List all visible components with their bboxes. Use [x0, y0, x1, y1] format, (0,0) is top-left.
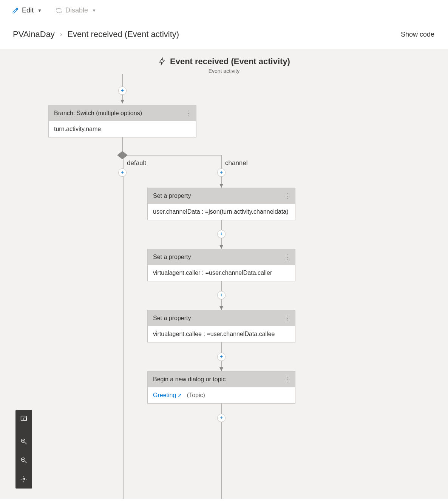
show-code-button[interactable]: Show code	[401, 31, 434, 39]
breadcrumb-leaf: Event received (Event activity)	[67, 29, 179, 39]
svg-point-24	[23, 478, 25, 480]
breadcrumb-root[interactable]: PVAinaDay	[13, 29, 55, 39]
zoom-fit-button[interactable]	[15, 470, 32, 489]
chevron-down-icon: ▼	[37, 8, 42, 13]
svg-marker-11	[219, 306, 223, 310]
breadcrumb: PVAinaDay › Event received (Event activi…	[13, 29, 179, 39]
svg-rect-16	[24, 418, 26, 420]
svg-marker-7	[219, 184, 223, 188]
trigger-title: Event received (Event activity)	[170, 57, 290, 66]
refresh-icon	[56, 7, 62, 14]
node-header: Set a property ⋮	[148, 310, 295, 326]
chevron-right-icon: ›	[60, 31, 62, 38]
node-header: Branch: Switch (multiple options) ⋮	[49, 105, 196, 121]
add-step-button[interactable]: +	[217, 353, 226, 361]
breadcrumb-row: PVAinaDay › Event received (Event activi…	[0, 21, 448, 49]
node-header: Begin a new dialog or topic ⋮	[148, 371, 295, 387]
svg-line-18	[25, 442, 27, 444]
svg-marker-1	[120, 100, 124, 103]
canvas[interactable]: Event received (Event activity) Event ac…	[0, 49, 448, 499]
minimap-button[interactable]	[15, 410, 32, 427]
node-header: Set a property ⋮	[148, 249, 295, 265]
add-branch-button[interactable]: +	[217, 168, 226, 177]
locate-icon	[20, 475, 28, 483]
zoom-controls	[15, 410, 32, 489]
dialog-type: (Topic)	[187, 392, 205, 398]
node-body: Greeting↗ (Topic)	[148, 387, 295, 403]
toolbar: Edit ▼ Disable ▼	[0, 0, 448, 21]
zoom-in-icon	[20, 438, 28, 445]
more-icon[interactable]: ⋮	[185, 110, 192, 117]
node-body: virtualagent.callee : =user.channelData.…	[148, 326, 295, 342]
zoom-in-button[interactable]	[15, 432, 32, 451]
node-set-property[interactable]: Set a property ⋮ virtualagent.caller : =…	[147, 249, 295, 281]
dialog-link[interactable]: Greeting	[153, 392, 176, 398]
edit-button[interactable]: Edit ▼	[12, 6, 42, 14]
node-body: virtualagent.caller : =user.channelData.…	[148, 265, 295, 281]
more-icon[interactable]: ⋮	[284, 315, 290, 322]
chevron-down-icon: ▼	[92, 8, 96, 13]
more-icon[interactable]: ⋮	[284, 376, 290, 383]
node-title: Begin a new dialog or topic	[153, 376, 226, 383]
node-begin-dialog[interactable]: Begin a new dialog or topic ⋮ Greeting↗ …	[147, 371, 295, 404]
node-header: Set a property ⋮	[148, 188, 295, 204]
minimap-icon	[20, 415, 28, 422]
node-branch-switch[interactable]: Branch: Switch (multiple options) ⋮ turn…	[48, 105, 196, 137]
zoom-out-button[interactable]	[15, 451, 32, 470]
disable-button[interactable]: Disable ▼	[56, 6, 96, 14]
more-icon[interactable]: ⋮	[284, 254, 290, 260]
node-body: user.channelData : =json(turn.activity.c…	[148, 204, 295, 220]
add-branch-button[interactable]: +	[118, 168, 127, 177]
disable-label: Disable	[65, 6, 88, 14]
open-external-icon: ↗	[178, 392, 182, 398]
svg-marker-13	[219, 367, 223, 371]
branch-label-channel: channel	[225, 159, 248, 167]
add-step-button[interactable]: +	[217, 230, 226, 238]
branch-label-default: default	[127, 159, 146, 167]
svg-marker-3	[117, 151, 128, 159]
trigger-subtitle: Event activity	[0, 68, 448, 74]
node-body: turn.activity.name	[49, 121, 196, 137]
lightning-icon	[158, 57, 166, 66]
svg-line-22	[25, 461, 27, 463]
add-step-button[interactable]: +	[217, 291, 226, 299]
node-title: Set a property	[153, 315, 191, 322]
add-step-button[interactable]: +	[217, 414, 226, 422]
edit-label: Edit	[22, 6, 34, 14]
svg-marker-9	[219, 245, 223, 249]
more-icon[interactable]: ⋮	[284, 193, 290, 199]
node-title: Branch: Switch (multiple options)	[54, 110, 142, 117]
node-title: Set a property	[153, 193, 191, 199]
zoom-out-icon	[20, 456, 28, 464]
add-step-button[interactable]: +	[118, 86, 127, 95]
node-set-property[interactable]: Set a property ⋮ user.channelData : =jso…	[147, 188, 295, 220]
node-set-property[interactable]: Set a property ⋮ virtualagent.callee : =…	[147, 310, 295, 342]
node-title: Set a property	[153, 254, 191, 260]
trigger-header: Event received (Event activity) Event ac…	[0, 57, 448, 74]
pencil-icon	[12, 7, 19, 14]
